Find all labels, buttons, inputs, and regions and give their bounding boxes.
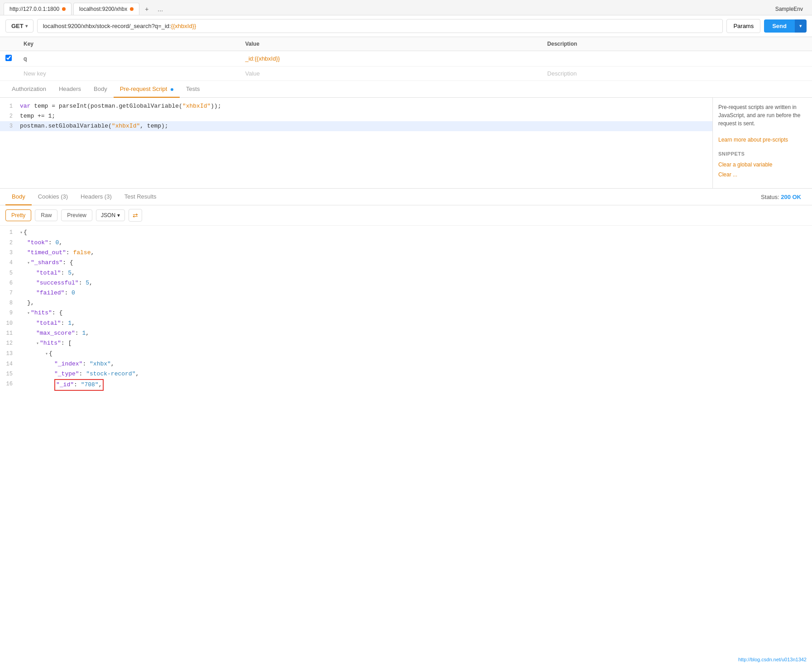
code-line-3: 3 postman.setGlobalVariable("xhbxId", te… [0,121,712,131]
resp-line-5: 5 "total": 5, [0,268,812,278]
line-content-2: temp += 1; [18,111,712,121]
line-num-3: 3 [0,121,18,131]
line-content-1: var temp = parseInt(postman.getGlobalVar… [18,101,712,111]
resp-line-13: 13 ▾{ [0,349,812,359]
tab-2[interactable]: localhost:9200/xhbx [73,3,139,15]
pre-request-dot [171,88,173,91]
tab-2-label: localhost:9200/xhbx [79,6,127,12]
col-value: Value [240,37,542,51]
code-editor[interactable]: 1 var temp = parseInt(postman.getGlobalV… [0,98,712,188]
resp-line-1: 1 ▾{ [0,228,812,238]
line-content-3: postman.setGlobalVariable("xhbxId", temp… [18,121,712,131]
code-line-1: 1 var temp = parseInt(postman.getGlobalV… [0,101,712,111]
format-preview-btn[interactable]: Preview [61,209,92,221]
tab-pre-request-script[interactable]: Pre-request Script [114,81,180,98]
resp-tab-cookies[interactable]: Cookies (3) [32,189,74,205]
resp-line-4: 4 ▾"_shards": { [0,258,812,268]
new-desc-placeholder: Description [547,70,577,77]
col-description: Description [542,37,812,51]
response-body: 1 ▾{ 2 "took": 0, 3 "timed_out": false, … [0,226,812,393]
wrap-button[interactable]: ⇄ [129,209,142,222]
new-value-placeholder[interactable]: Value [245,70,260,77]
resp-line-16: 16 "_id": "708", [0,379,812,391]
snippet-clear[interactable]: Clear ... [718,171,807,179]
request-tabs: Authorization Headers Body Pre-request S… [0,81,812,98]
params-table: Key Value Description q _id:{{xhbxId}} N… [0,37,812,81]
toggle-1[interactable]: ▾ [20,230,23,235]
resp-line-9: 9 ▾"hits": { [0,308,812,318]
resp-tab-test-results[interactable]: Test Results [118,189,163,205]
resp-line-11: 11 "max_score": 1, [0,328,812,338]
toggle-9[interactable]: ▾ [27,311,30,316]
tab-1-dot [62,7,66,11]
format-json-dropdown[interactable]: JSON ▾ [96,209,125,221]
toggle-12[interactable]: ▾ [36,341,39,346]
editor-container: 1 var temp = parseInt(postman.getGlobalV… [0,98,812,189]
learn-more-link[interactable]: Learn more about pre-scripts [718,137,788,143]
snippet-clear-global[interactable]: Clear a global variable [718,161,807,169]
status-indicator: Status: 200 OK [761,194,807,200]
format-raw-btn[interactable]: Raw [35,209,57,221]
format-json-label: JSON [101,212,115,218]
line-num-2: 2 [0,111,18,121]
param-1-desc [542,51,812,66]
tab-authorization[interactable]: Authorization [5,81,53,98]
param-1-checkbox[interactable] [5,55,12,61]
method-select[interactable]: GET ▾ [5,19,33,33]
param-1-value: _id:{{xhbxId}} [240,51,542,66]
send-dropdown-button[interactable]: ▾ [795,19,807,33]
response-tabs: Body Cookies (3) Headers (3) Test Result… [0,189,812,205]
tab-body[interactable]: Body [87,81,114,98]
method-label: GET [11,23,24,29]
resp-line-10: 10 "total": 1, [0,318,812,328]
editor-sidebar: Pre-request scripts are written in JavaS… [712,98,812,188]
add-tab-button[interactable]: + [141,4,152,14]
param-1-key: q [18,51,240,66]
resp-line-6: 6 "successful": 5, [0,278,812,288]
resp-tab-body[interactable]: Body [5,189,32,205]
format-json-chevron-icon: ▾ [117,212,120,218]
method-chevron-icon: ▾ [25,24,28,28]
col-checkbox [0,37,18,51]
resp-line-14: 14 "_index": "xhbx", [0,359,812,369]
resp-line-12: 12 ▾"hits": [ [0,338,812,349]
send-btn-group: Send ▾ [764,19,807,33]
format-pretty-btn[interactable]: Pretty [5,209,31,221]
param-row-1: q _id:{{xhbxId}} [0,51,812,66]
status-value: 200 OK [781,194,801,200]
col-key: Key [18,37,240,51]
url-variable: {{xhbxId}} [171,23,196,29]
browser-tabs: http://127.0.0.1:1800 localhost:9200/xhb… [0,0,812,15]
tab-1-label: http://127.0.0.1:1800 [10,6,59,12]
toggle-4[interactable]: ▾ [27,261,30,266]
params-button[interactable]: Params [726,19,760,33]
tab-2-dot [130,7,134,11]
resp-line-3: 3 "timed_out": false, [0,248,812,258]
resp-tab-headers[interactable]: Headers (3) [74,189,118,205]
resp-line-8: 8 }, [0,298,812,308]
snippets-title: SNIPPETS [718,150,807,158]
format-bar: Pretty Raw Preview JSON ▾ ⇄ [0,205,812,226]
request-bar: GET ▾ localhost:9200/xhbx/stock-record/_… [0,15,812,37]
resp-line-2: 2 "took": 0, [0,238,812,248]
tab-tests[interactable]: Tests [180,81,206,98]
param-row-new: New key Value Description [0,66,812,81]
url-plain: localhost:9200/xhbx/stock-record/_search… [43,23,171,29]
resp-line-7: 7 "failed": 0 [0,288,812,298]
status-label: Status: [761,194,781,200]
params-section: Key Value Description q _id:{{xhbxId}} N… [0,37,812,81]
id-highlighted-value: "_id": "708", [54,379,104,391]
toggle-13[interactable]: ▾ [45,351,48,356]
code-line-2: 2 temp += 1; [0,111,712,121]
tab-headers[interactable]: Headers [53,81,87,98]
new-key-placeholder[interactable]: New key [24,70,46,77]
tab-1[interactable]: http://127.0.0.1:1800 [4,3,72,15]
resp-line-15: 15 "_type": "stock-record", [0,369,812,379]
more-tabs-button[interactable]: ... [154,4,167,14]
line-num-1: 1 [0,101,18,111]
sidebar-description: Pre-request scripts are written in JavaS… [718,103,807,128]
url-input[interactable]: localhost:9200/xhbx/stock-record/_search… [37,19,723,33]
send-button[interactable]: Send [764,19,795,33]
env-label: SampleEnv [775,6,808,12]
